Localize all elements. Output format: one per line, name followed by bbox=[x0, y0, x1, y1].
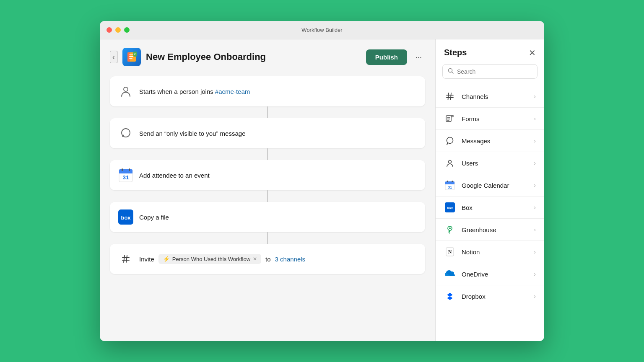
step-text-box: Copy a file bbox=[139, 214, 417, 221]
invite-hashtag-icon bbox=[118, 251, 133, 266]
users-label: Users bbox=[462, 160, 528, 167]
channels-icon bbox=[444, 90, 456, 102]
users-icon bbox=[444, 157, 456, 169]
back-button[interactable]: ‹ bbox=[110, 51, 117, 63]
forms-chevron: › bbox=[534, 115, 536, 122]
step-item-google-calendar[interactable]: 31 Google Calendar › bbox=[436, 174, 544, 196]
window-controls bbox=[106, 27, 130, 33]
steps-panel-title: Steps bbox=[444, 48, 467, 57]
steps-panel-header: Steps ✕ bbox=[436, 48, 544, 57]
svg-rect-28 bbox=[446, 116, 451, 122]
step-item-forms[interactable]: Forms › bbox=[436, 108, 544, 129]
svg-text:31: 31 bbox=[448, 185, 452, 189]
notion-label: Notion bbox=[462, 248, 528, 256]
google-calendar-chevron: › bbox=[534, 182, 536, 189]
step-text-message: Send an “only visible to you” message bbox=[139, 130, 417, 137]
onedrive-icon bbox=[444, 268, 456, 280]
svg-point-33 bbox=[449, 160, 452, 163]
step-card-calendar[interactable]: 31 Add attendee to an event bbox=[110, 160, 425, 190]
svg-rect-14 bbox=[129, 168, 130, 171]
channels-chevron: › bbox=[534, 93, 536, 100]
more-options-button[interactable]: ··· bbox=[412, 51, 425, 63]
connector-1 bbox=[267, 106, 268, 118]
channels-link[interactable]: 3 channels bbox=[275, 256, 306, 263]
step-text-calendar: Add attendee to an event bbox=[139, 172, 417, 179]
forms-icon bbox=[444, 113, 456, 124]
app-window: Workflow Builder ‹ bbox=[100, 21, 544, 341]
workflow-header: ‹ New Employee Onboardin bbox=[110, 48, 425, 66]
dropbox-label: Dropbox bbox=[462, 293, 528, 300]
greenhouse-label: Greenhouse bbox=[462, 226, 528, 233]
minimize-window-button[interactable] bbox=[115, 27, 121, 33]
svg-rect-12 bbox=[119, 172, 132, 173]
person-tag[interactable]: ⚡ Person Who Used this Workflow ✕ bbox=[158, 254, 261, 264]
onedrive-chevron: › bbox=[534, 271, 536, 277]
dropbox-chevron: › bbox=[534, 293, 536, 300]
channels-label: Channels bbox=[462, 93, 528, 100]
step-item-dropbox[interactable]: Dropbox › bbox=[436, 285, 544, 307]
invite-content: Invite ⚡ Person Who Used this Workflow ✕… bbox=[139, 254, 305, 264]
notion-chevron: › bbox=[534, 248, 536, 255]
main-content: ‹ New Employee Onboardin bbox=[100, 39, 544, 341]
svg-text:box: box bbox=[447, 206, 453, 210]
box-label: Box bbox=[462, 204, 528, 211]
svg-text:box: box bbox=[121, 215, 131, 221]
workflow-title: New Employee Onboarding bbox=[146, 52, 361, 62]
titlebar: Workflow Builder bbox=[100, 21, 544, 39]
step-item-onedrive[interactable]: OneDrive › bbox=[436, 263, 544, 285]
person-icon bbox=[118, 84, 133, 99]
svg-line-27 bbox=[451, 93, 452, 100]
maximize-window-button[interactable] bbox=[124, 27, 130, 33]
svg-text:N: N bbox=[448, 249, 452, 255]
step-card-invite[interactable]: Invite ⚡ Person Who Used this Workflow ✕… bbox=[110, 244, 425, 274]
connector-2 bbox=[267, 148, 268, 160]
step-item-greenhouse[interactable]: Greenhouse › bbox=[436, 219, 544, 240]
close-steps-panel-button[interactable]: ✕ bbox=[529, 49, 536, 57]
step-item-notion[interactable]: N Notion › bbox=[436, 241, 544, 263]
svg-rect-4 bbox=[129, 58, 132, 59]
step-item-box[interactable]: box Box › bbox=[436, 197, 544, 218]
acme-team-link[interactable]: #acme-team bbox=[215, 88, 250, 95]
step-item-channels[interactable]: Channels › bbox=[436, 85, 544, 107]
person-tag-text: Person Who Used this Workflow bbox=[172, 256, 250, 262]
search-input[interactable] bbox=[457, 68, 532, 75]
svg-point-32 bbox=[447, 137, 453, 144]
close-window-button[interactable] bbox=[106, 27, 112, 33]
person-tag-close-button[interactable]: ✕ bbox=[253, 256, 257, 262]
messages-icon bbox=[444, 135, 456, 147]
step-card-message[interactable]: Send an “only visible to you” message bbox=[110, 118, 425, 148]
google-calendar-label: Google Calendar bbox=[462, 182, 528, 189]
svg-rect-37 bbox=[447, 181, 448, 182]
messages-chevron: › bbox=[534, 137, 536, 144]
step-text-trigger: Starts when a person joins #acme-team bbox=[139, 88, 417, 95]
invite-label: Invite bbox=[139, 256, 154, 263]
google-calendar-icon: 31 bbox=[118, 168, 133, 183]
step-card-trigger[interactable]: Starts when a person joins #acme-team bbox=[110, 76, 425, 106]
publish-button[interactable]: Publish bbox=[366, 49, 407, 65]
workflow-icon bbox=[122, 48, 141, 66]
step-item-messages[interactable]: Messages › bbox=[436, 130, 544, 152]
connector-4 bbox=[267, 232, 268, 244]
step-item-users[interactable]: Users › bbox=[436, 152, 544, 174]
svg-point-8 bbox=[124, 87, 128, 91]
steps-list: Channels › Forms bbox=[436, 85, 544, 333]
step-card-box[interactable]: box Copy a file bbox=[110, 202, 425, 232]
notion-icon: N bbox=[444, 246, 456, 258]
svg-rect-38 bbox=[452, 181, 453, 182]
forms-label: Forms bbox=[462, 115, 528, 122]
to-label: to bbox=[265, 256, 271, 263]
svg-line-23 bbox=[452, 72, 454, 74]
left-panel: ‹ New Employee Onboardin bbox=[100, 39, 435, 341]
search-box[interactable] bbox=[442, 64, 538, 79]
connector-3 bbox=[267, 190, 268, 202]
chat-icon bbox=[118, 126, 133, 141]
svg-text:31: 31 bbox=[123, 174, 129, 181]
svg-line-21 bbox=[126, 256, 127, 262]
dropbox-icon bbox=[444, 290, 456, 302]
svg-rect-3 bbox=[129, 56, 133, 57]
svg-line-20 bbox=[124, 256, 125, 262]
google-calendar-list-icon: 31 bbox=[444, 179, 456, 191]
window-title: Workflow Builder bbox=[301, 27, 342, 33]
svg-line-26 bbox=[448, 93, 449, 100]
steps-container: Starts when a person joins #acme-team Se… bbox=[110, 76, 425, 274]
